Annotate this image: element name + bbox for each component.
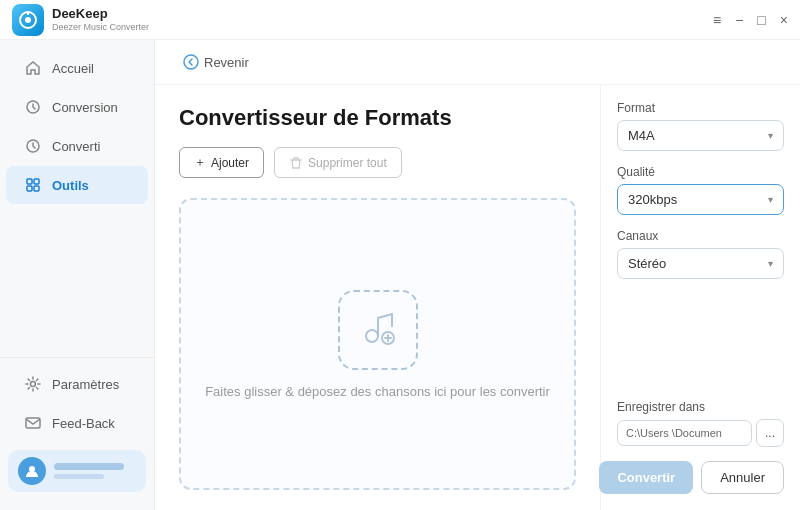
svg-rect-6 bbox=[34, 179, 39, 184]
sidebar-bottom: Paramètres Feed-Back bbox=[0, 357, 154, 502]
format-group: Format M4A ▾ bbox=[617, 101, 784, 151]
add-button[interactable]: ＋ Ajouter bbox=[179, 147, 264, 178]
content-area: Revenir Convertisseur de Formats ＋ Ajout… bbox=[155, 40, 800, 510]
sidebar-item-parametres-label: Paramètres bbox=[52, 377, 119, 392]
add-label: Ajouter bbox=[211, 156, 249, 170]
user-name-placeholder bbox=[54, 463, 124, 470]
app-name-sub: Deezer Music Converter bbox=[52, 22, 149, 33]
sidebar-item-accueil[interactable]: Accueil bbox=[6, 49, 148, 87]
quality-label: Qualité bbox=[617, 165, 784, 179]
app-logo bbox=[12, 4, 44, 36]
trash-icon bbox=[289, 156, 303, 170]
maximize-button[interactable]: □ bbox=[757, 13, 765, 27]
delete-label: Supprimer tout bbox=[308, 156, 387, 170]
back-arrow-icon bbox=[183, 54, 199, 70]
main-content: Convertisseur de Formats ＋ Ajouter Suppr… bbox=[155, 85, 800, 510]
back-button[interactable]: Revenir bbox=[175, 50, 257, 74]
format-chevron-icon: ▾ bbox=[768, 130, 773, 141]
quality-value: 320kbps bbox=[628, 192, 677, 207]
sidebar: Accueil Conversion Con bbox=[0, 40, 155, 510]
format-value: M4A bbox=[628, 128, 655, 143]
cancel-button[interactable]: Annuler bbox=[701, 461, 784, 494]
user-card[interactable] bbox=[8, 450, 146, 492]
channels-chevron-icon: ▾ bbox=[768, 258, 773, 269]
drop-text: Faites glisser & déposez des chansons ic… bbox=[205, 384, 550, 399]
app-name-main: DeeKeep bbox=[52, 6, 149, 22]
channels-value: Stéréo bbox=[628, 256, 666, 271]
right-panel: Format M4A ▾ Qualité 320kbps ▾ Canaux bbox=[600, 85, 800, 510]
action-buttons: Convertir Annuler bbox=[617, 461, 784, 494]
sidebar-item-feedback[interactable]: Feed-Back bbox=[6, 404, 148, 442]
quality-select[interactable]: 320kbps ▾ bbox=[617, 184, 784, 215]
tools-icon bbox=[24, 176, 42, 194]
svg-rect-5 bbox=[27, 179, 32, 184]
user-info bbox=[54, 463, 136, 479]
minimize-button[interactable]: − bbox=[735, 13, 743, 27]
drop-icon bbox=[338, 290, 418, 370]
title-bar: DeeKeep Deezer Music Converter ≡ − □ × bbox=[0, 0, 800, 40]
delete-all-button[interactable]: Supprimer tout bbox=[274, 147, 402, 178]
music-add-icon bbox=[354, 306, 402, 354]
quality-group: Qualité 320kbps ▾ bbox=[617, 165, 784, 215]
svg-point-12 bbox=[184, 55, 198, 69]
sidebar-item-parametres[interactable]: Paramètres bbox=[6, 365, 148, 403]
clock-icon bbox=[24, 137, 42, 155]
svg-point-9 bbox=[31, 382, 36, 387]
format-select[interactable]: M4A ▾ bbox=[617, 120, 784, 151]
main-layout: Accueil Conversion Con bbox=[0, 40, 800, 510]
conversion-icon bbox=[24, 98, 42, 116]
convert-button[interactable]: Convertir bbox=[599, 461, 693, 494]
sidebar-nav: Accueil Conversion Con bbox=[0, 48, 154, 357]
quality-chevron-icon: ▾ bbox=[768, 194, 773, 205]
page-title: Convertisseur de Formats bbox=[179, 105, 576, 131]
toolbar: ＋ Ajouter Supprimer tout bbox=[179, 147, 576, 178]
close-button[interactable]: × bbox=[780, 13, 788, 27]
channels-select[interactable]: Stéréo ▾ bbox=[617, 248, 784, 279]
sidebar-item-converti-label: Converti bbox=[52, 139, 100, 154]
sidebar-item-feedback-label: Feed-Back bbox=[52, 416, 115, 431]
channels-label: Canaux bbox=[617, 229, 784, 243]
sidebar-item-conversion-label: Conversion bbox=[52, 100, 118, 115]
back-label: Revenir bbox=[204, 55, 249, 70]
app-name: DeeKeep Deezer Music Converter bbox=[52, 6, 149, 32]
save-path-display: C:\Users \Documen bbox=[617, 420, 752, 446]
sidebar-item-accueil-label: Accueil bbox=[52, 61, 94, 76]
sidebar-item-conversion[interactable]: Conversion bbox=[6, 88, 148, 126]
svg-rect-7 bbox=[27, 186, 32, 191]
home-icon bbox=[24, 59, 42, 77]
sidebar-item-outils[interactable]: Outils bbox=[6, 166, 148, 204]
plus-icon: ＋ bbox=[194, 154, 206, 171]
svg-point-1 bbox=[25, 17, 31, 23]
save-label: Enregistrer dans bbox=[617, 400, 784, 414]
user-avatar bbox=[18, 457, 46, 485]
user-sub-placeholder bbox=[54, 474, 104, 479]
svg-rect-8 bbox=[34, 186, 39, 191]
menu-button[interactable]: ≡ bbox=[713, 13, 721, 27]
channels-group: Canaux Stéréo ▾ bbox=[617, 229, 784, 279]
browse-button[interactable]: ... bbox=[756, 419, 784, 447]
svg-rect-10 bbox=[26, 418, 40, 428]
content-nav: Revenir bbox=[155, 40, 800, 85]
app-branding: DeeKeep Deezer Music Converter bbox=[12, 4, 149, 36]
mail-icon bbox=[24, 414, 42, 432]
window-controls: ≡ − □ × bbox=[713, 13, 788, 27]
save-path-row: C:\Users \Documen ... bbox=[617, 419, 784, 447]
left-panel: Convertisseur de Formats ＋ Ajouter Suppr… bbox=[155, 85, 600, 510]
format-label: Format bbox=[617, 101, 784, 115]
sidebar-item-outils-label: Outils bbox=[52, 178, 89, 193]
gear-icon bbox=[24, 375, 42, 393]
drop-zone[interactable]: Faites glisser & déposez des chansons ic… bbox=[179, 198, 576, 490]
save-group: Enregistrer dans C:\Users \Documen ... bbox=[617, 400, 784, 447]
sidebar-item-converti[interactable]: Converti bbox=[6, 127, 148, 165]
